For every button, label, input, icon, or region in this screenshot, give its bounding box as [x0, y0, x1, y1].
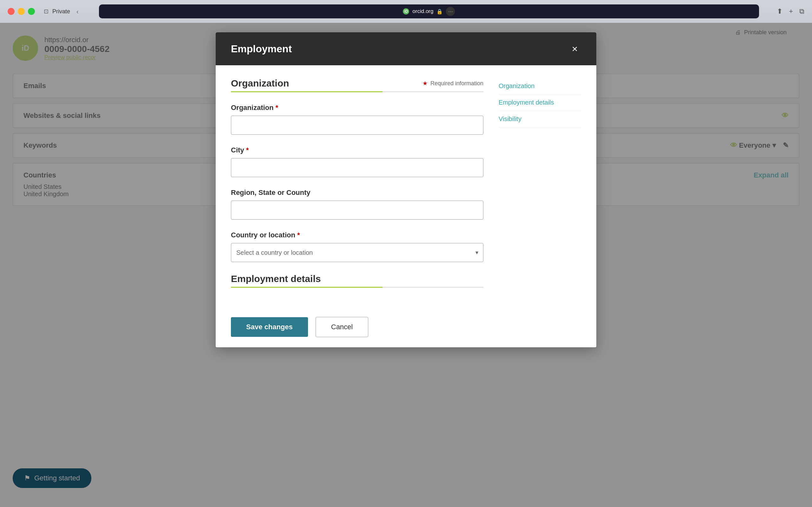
country-select[interactable]: Select a country or location United Stat…	[231, 243, 484, 262]
organization-input[interactable]	[231, 116, 484, 135]
city-required-star: *	[246, 146, 249, 154]
country-select-wrapper: Select a country or location United Stat…	[231, 243, 484, 262]
employment-modal: Employment × Organization ★ Required inf…	[216, 32, 596, 347]
nav-organization-link[interactable]: Organization	[499, 82, 535, 89]
country-required-star: *	[297, 231, 300, 239]
city-field-group: City *	[231, 146, 484, 177]
nav-visibility-link[interactable]: Visibility	[499, 115, 521, 122]
share-button[interactable]: ⬆	[777, 7, 782, 15]
region-label: Region, State or County	[231, 188, 484, 197]
organization-label: Organization *	[231, 104, 484, 112]
region-input[interactable]	[231, 201, 484, 220]
country-field-group: Country or location * Select a country o…	[231, 231, 484, 262]
window-controls	[8, 8, 35, 15]
organization-field-group: Organization *	[231, 104, 484, 135]
city-label: City *	[231, 146, 484, 154]
organization-section-header: Organization ★ Required information	[231, 78, 484, 89]
url-bar[interactable]: iD orcid.org 🔒 ···	[99, 4, 759, 18]
nav-item-employment-details: Employment details	[499, 95, 581, 111]
modal-overlay: Employment × Organization ★ Required inf…	[0, 23, 812, 507]
employment-section-title: Employment details	[231, 274, 484, 284]
country-label: Country or location *	[231, 231, 484, 239]
browser-chrome-bar: ⊡ Private ‹ iD orcid.org 🔒 ··· ⬆ + ⧉	[0, 0, 812, 23]
tab-label[interactable]: Private	[52, 8, 70, 15]
organization-section-title: Organization	[231, 78, 289, 89]
city-input[interactable]	[231, 158, 484, 177]
back-button[interactable]: ‹	[74, 7, 81, 16]
modal-header: Employment ×	[216, 32, 596, 65]
save-changes-button[interactable]: Save changes	[231, 317, 308, 337]
modal-body: Organization ★ Required information Orga…	[216, 65, 596, 307]
page-background: iD https://orcid.or 0009-0000-4562 Previ…	[0, 23, 812, 507]
close-window-button[interactable]	[8, 8, 14, 15]
employment-details-section: Employment details	[231, 274, 484, 288]
employment-section-divider	[231, 287, 484, 288]
modal-nav-list: Organization Employment details Visibili…	[499, 78, 581, 127]
nav-item-visibility: Visibility	[499, 111, 581, 127]
tab-icon: ⊡	[44, 8, 49, 15]
nav-employment-details-link[interactable]: Employment details	[499, 99, 554, 106]
required-star: ★	[422, 80, 427, 87]
modal-title: Employment	[231, 43, 292, 55]
minimize-window-button[interactable]	[18, 8, 25, 15]
tab-area: ⊡ Private ‹	[44, 7, 81, 16]
region-field-group: Region, State or County	[231, 188, 484, 220]
modal-form: Organization ★ Required information Orga…	[231, 78, 484, 294]
modal-navigation: Organization Employment details Visibili…	[499, 78, 581, 294]
organization-section-divider	[231, 91, 484, 92]
url-text: orcid.org	[412, 8, 433, 14]
new-tab-button[interactable]: +	[789, 7, 793, 15]
cancel-button[interactable]: Cancel	[316, 317, 368, 337]
maximize-window-button[interactable]	[28, 8, 35, 15]
url-more-button[interactable]: ···	[446, 7, 455, 16]
sidebar-button[interactable]: ⧉	[799, 7, 804, 15]
lock-icon: 🔒	[437, 9, 443, 14]
required-info: ★ Required information	[422, 80, 484, 87]
toolbar-right: ⬆ + ⧉	[777, 7, 804, 15]
orcid-favicon: iD	[403, 8, 409, 14]
nav-item-organization: Organization	[499, 78, 581, 95]
organization-required-star: *	[275, 104, 278, 112]
close-modal-button[interactable]: ×	[568, 43, 581, 55]
modal-footer: Save changes Cancel	[216, 307, 596, 347]
